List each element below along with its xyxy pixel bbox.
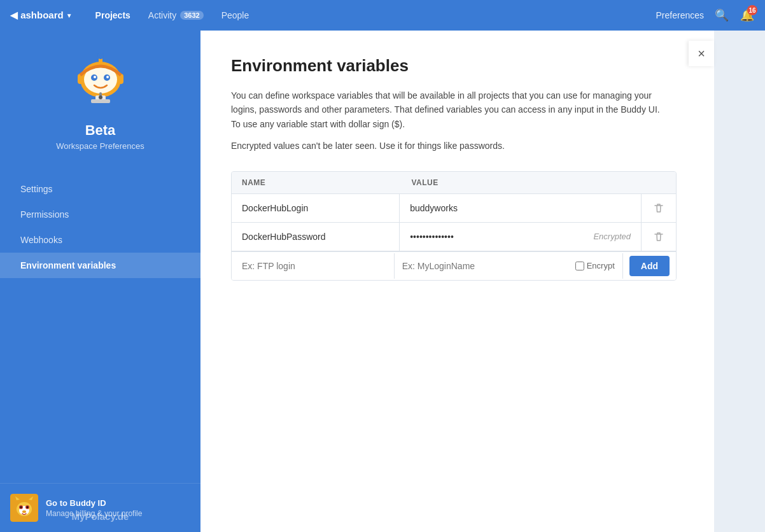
workspace-subtitle: Workspace Preferences: [56, 141, 144, 151]
encrypt-checkbox-label[interactable]: Encrypt: [575, 261, 615, 270]
sidebar-item-webhooks[interactable]: Webhooks: [0, 227, 200, 253]
close-button[interactable]: ×: [689, 41, 714, 66]
nav-people-label: People: [221, 10, 249, 20]
sidebar-item-settings[interactable]: Settings: [0, 176, 200, 202]
notif-count-badge: 16: [747, 5, 757, 15]
svg-rect-11: [91, 99, 110, 103]
content-area: Environment variables You can define wor…: [200, 31, 765, 532]
encrypted-label: Encrypted: [593, 232, 631, 241]
page-title: Environment variables: [231, 56, 684, 76]
svg-point-20: [27, 507, 29, 508]
var-value-1: buddyworks: [400, 194, 642, 222]
sidebar-item-permissions[interactable]: Permissions: [0, 202, 200, 227]
nav-people[interactable]: People: [214, 6, 257, 24]
var-name-1: DockerHubLogin: [232, 194, 400, 222]
var-action-2: [642, 228, 676, 245]
sidebar-avatar-section: Beta Workspace Preferences: [0, 31, 200, 166]
buddy-id-link-label: Go to Buddy ID: [46, 498, 142, 508]
topnav-right: Preferences 🔍 🔔 16: [656, 8, 755, 23]
notifications-icon[interactable]: 🔔 16: [740, 8, 755, 23]
sidebar-item-env-vars[interactable]: Environment variables: [0, 253, 200, 278]
encrypt-checkbox[interactable]: [575, 262, 584, 270]
nav-activity-label: Activity: [148, 10, 176, 20]
nav-activity[interactable]: Activity 3632: [141, 6, 211, 24]
encrypt-label: Encrypt: [587, 261, 615, 270]
main-layout: Beta Workspace Preferences Settings Perm…: [0, 31, 765, 532]
sidebar-footer[interactable]: Go to Buddy ID Manage billing & your pro…: [0, 483, 200, 532]
col-name-header: NAME: [242, 178, 411, 187]
workspace-name: Beta: [85, 122, 116, 139]
table-header: NAME VALUE: [232, 172, 676, 194]
topnav: ◀ ashboard ▼ Projects Activity 3632 Peop…: [0, 0, 765, 31]
delete-button-2[interactable]: [650, 228, 667, 245]
search-icon[interactable]: 🔍: [714, 8, 729, 23]
description-1: You can define workspace variables that …: [231, 88, 664, 131]
activity-badge: 3632: [180, 11, 203, 20]
sidebar-nav: Settings Permissions Webhooks Environmen…: [0, 166, 200, 483]
var-action-1: [642, 200, 676, 216]
svg-point-9: [97, 53, 104, 59]
description-2: Encrypted values can't be later seen. Us…: [231, 139, 664, 153]
modal-panel: Environment variables You can define wor…: [200, 31, 714, 532]
add-variable-row: Encrypt Add: [232, 251, 676, 280]
add-button[interactable]: Add: [629, 256, 670, 276]
brand-caret: ▼: [66, 12, 73, 19]
brand-text: ◀ ashboard: [10, 10, 64, 21]
sidebar: Beta Workspace Preferences Settings Perm…: [0, 31, 200, 532]
workspace-avatar: [69, 51, 132, 115]
col-value-header: VALUE: [411, 178, 666, 187]
preferences-link[interactable]: Preferences: [656, 10, 704, 20]
var-value-2: •••••••••••••• Encrypted: [400, 223, 642, 251]
svg-point-5: [106, 76, 109, 78]
nav-projects-label: Projects: [95, 10, 130, 20]
var-value-text-2: ••••••••••••••: [410, 232, 586, 242]
bg-project-name: MyPolacy.de: [0, 511, 200, 522]
svg-point-13: [99, 95, 102, 99]
topnav-links: Projects Activity 3632 People: [88, 6, 656, 24]
svg-point-19: [20, 507, 22, 508]
var-value-text-1: buddyworks: [410, 203, 631, 213]
close-icon: ×: [698, 46, 705, 61]
table-row: DockerHubLogin buddyworks: [232, 194, 676, 223]
var-name-2: DockerHubPassword: [232, 223, 400, 251]
nav-projects[interactable]: Projects: [88, 6, 138, 24]
variables-table: NAME VALUE DockerHubLogin buddyworks: [231, 171, 677, 281]
new-var-name-input[interactable]: [232, 253, 395, 279]
var-value-input-wrap: Encrypt: [395, 253, 623, 279]
brand-link[interactable]: ◀ ashboard ▼: [10, 10, 73, 21]
new-var-value-input[interactable]: [402, 253, 570, 279]
delete-button-1[interactable]: [650, 200, 667, 216]
svg-point-4: [94, 76, 96, 78]
table-row: DockerHubPassword •••••••••••••• Encrypt…: [232, 223, 676, 251]
